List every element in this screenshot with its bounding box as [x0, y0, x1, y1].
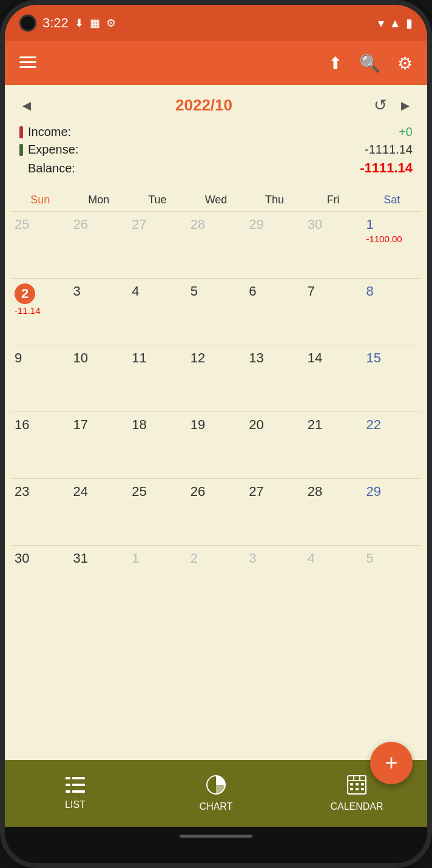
balance-row: Balance: -1111.14 — [19, 158, 413, 178]
fab-add-button[interactable]: + — [370, 742, 413, 784]
fab-plus-icon: + — [385, 750, 397, 776]
month-actions: ↺ ► — [374, 96, 413, 115]
week-1: 25 26 27 28 29 30 1 -1100.00 — [11, 211, 421, 278]
summary-section: Income: +0 Expense: -1111.14 Balance: — [5, 121, 427, 186]
cell-oct7[interactable]: 7 — [304, 278, 363, 345]
cell-sep28[interactable]: 28 — [187, 211, 246, 278]
cell-oct17[interactable]: 17 — [70, 412, 129, 478]
cell-oct16[interactable]: 16 — [11, 412, 70, 478]
cell-oct11[interactable]: 11 — [128, 345, 187, 412]
bottom-nav: LIST CHART — [5, 760, 427, 827]
svg-rect-19 — [361, 788, 364, 790]
cell-sep26[interactable]: 26 — [70, 211, 129, 278]
svg-rect-0 — [19, 56, 36, 58]
tab-list[interactable]: LIST — [5, 776, 146, 810]
cell-oct4[interactable]: 4 — [128, 278, 187, 345]
svg-rect-16 — [361, 783, 364, 785]
list-label: LIST — [65, 799, 86, 810]
cell-nov4[interactable]: 4 — [304, 545, 363, 612]
cell-oct14[interactable]: 14 — [304, 345, 363, 412]
svg-rect-6 — [72, 784, 85, 786]
cell-oct15[interactable]: 15 — [362, 345, 421, 412]
next-month-button[interactable]: ► — [398, 97, 413, 114]
status-icon-download: ⬇ — [75, 16, 84, 30]
cell-oct21[interactable]: 21 — [304, 412, 363, 478]
cell-oct22[interactable]: 22 — [362, 412, 421, 478]
cell-nov2[interactable]: 2 — [187, 545, 246, 612]
menu-button[interactable] — [19, 54, 36, 73]
upload-button[interactable]: ⬆ — [328, 53, 342, 73]
prev-month-button[interactable]: ◄ — [19, 97, 34, 114]
svg-rect-1 — [19, 61, 36, 63]
svg-rect-15 — [356, 783, 359, 785]
calendar-header: Sun Mon Tue Wed Thu Fri Sat — [11, 186, 421, 211]
cell-oct5[interactable]: 5 — [187, 278, 246, 345]
cell-oct13[interactable]: 13 — [245, 345, 304, 412]
cell-sep30[interactable]: 30 — [304, 211, 363, 278]
cell-oct12[interactable]: 12 — [187, 345, 246, 412]
status-right: ▾ ▲ ▮ — [378, 16, 413, 30]
cell-oct2[interactable]: 2 -11.14 — [11, 278, 70, 345]
cell-nov5[interactable]: 5 — [362, 545, 421, 612]
svg-rect-3 — [66, 777, 70, 779]
cell-oct20[interactable]: 20 — [245, 412, 304, 478]
expense-value: -1111.14 — [365, 143, 413, 157]
week-3: 9 10 11 12 13 14 15 — [11, 345, 421, 412]
header-fri: Fri — [304, 191, 363, 209]
home-bar — [5, 827, 427, 845]
cell-oct30[interactable]: 30 — [11, 545, 70, 612]
cell-oct26[interactable]: 26 — [187, 478, 246, 545]
cell-oct1-amount: -1100.00 — [366, 234, 417, 244]
header-mon: Mon — [70, 191, 129, 209]
svg-rect-18 — [356, 788, 359, 790]
cell-sep29[interactable]: 29 — [245, 211, 304, 278]
cell-oct24[interactable]: 24 — [70, 478, 129, 545]
svg-rect-8 — [72, 790, 85, 793]
cell-oct23[interactable]: 23 — [11, 478, 70, 545]
income-value: +0 — [399, 125, 413, 139]
cell-oct18[interactable]: 18 — [128, 412, 187, 478]
cell-oct29[interactable]: 29 — [362, 478, 421, 545]
cell-oct3[interactable]: 3 — [70, 278, 129, 345]
expense-color-bar — [19, 144, 23, 156]
list-icon — [66, 776, 85, 797]
cell-oct8[interactable]: 8 — [362, 278, 421, 345]
income-color-bar — [19, 126, 23, 138]
cell-oct10[interactable]: 10 — [70, 345, 129, 412]
cell-oct28[interactable]: 28 — [304, 478, 363, 545]
svg-rect-17 — [350, 788, 353, 790]
cell-oct19[interactable]: 19 — [187, 412, 246, 478]
settings-button[interactable]: ⚙ — [397, 53, 413, 73]
week-2: 2 -11.14 3 4 5 6 7 8 — [11, 278, 421, 345]
cell-sep27[interactable]: 27 — [128, 211, 187, 278]
svg-rect-2 — [19, 66, 36, 68]
search-button[interactable]: 🔍 — [359, 53, 380, 73]
header-sat: Sat — [362, 191, 421, 209]
cell-oct31[interactable]: 31 — [70, 545, 129, 612]
cell-nov3[interactable]: 3 — [245, 545, 304, 612]
tab-chart[interactable]: CHART — [146, 775, 286, 812]
wifi-icon: ▾ — [378, 16, 384, 30]
cell-oct1[interactable]: 1 -1100.00 — [362, 211, 421, 278]
cell-oct6[interactable]: 6 — [245, 278, 304, 345]
refresh-button[interactable]: ↺ — [374, 96, 387, 115]
cell-oct2-amount: -11.14 — [15, 305, 66, 316]
cell-oct9[interactable]: 9 — [11, 345, 70, 412]
cell-oct25[interactable]: 25 — [128, 478, 187, 545]
calendar-container: Sun Mon Tue Wed Thu Fri Sat 25 26 27 28 … — [5, 186, 427, 760]
nav-right: ⬆ 🔍 ⚙ — [328, 53, 413, 73]
week-4: 16 17 18 19 20 21 22 — [11, 412, 421, 478]
battery-icon: ▮ — [406, 16, 413, 30]
svg-rect-7 — [66, 790, 70, 793]
cell-sep25[interactable]: 25 — [11, 211, 70, 278]
cell-nov1[interactable]: 1 — [128, 545, 187, 612]
balance-label: Balance: — [19, 161, 75, 175]
svg-rect-5 — [66, 784, 70, 786]
tab-calendar[interactable]: CALENDAR — [286, 775, 427, 812]
cell-oct27[interactable]: 27 — [245, 478, 304, 545]
expense-row: Expense: -1111.14 — [19, 141, 413, 158]
header-thu: Thu — [245, 191, 304, 209]
header-tue: Tue — [128, 191, 187, 209]
income-label: Income: — [19, 125, 71, 139]
current-month: 2022/10 — [175, 96, 232, 115]
